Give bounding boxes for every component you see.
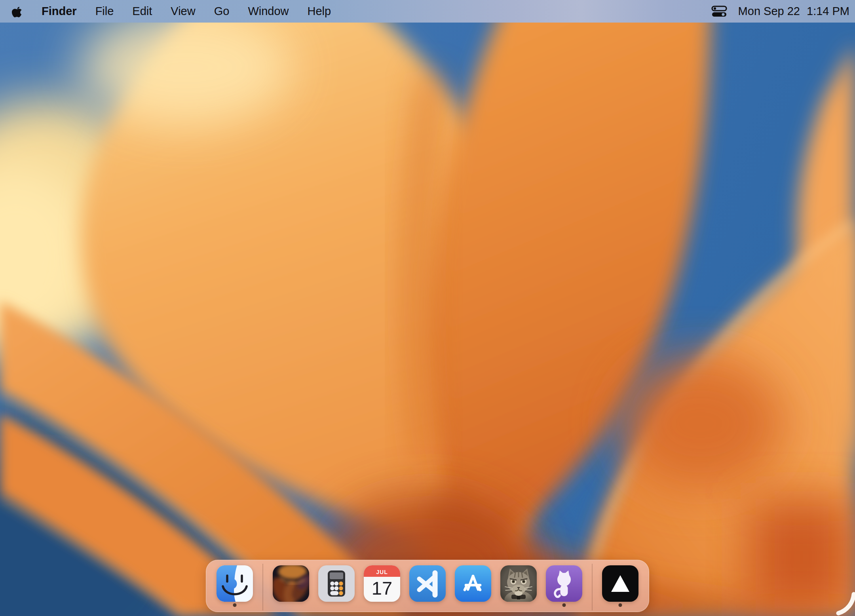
dock-item-vercel[interactable] <box>602 565 638 602</box>
vscode-icon <box>409 565 446 602</box>
app-store-icon <box>455 565 491 602</box>
menu-bar-left: Finder File Edit View Go Window Help <box>0 0 331 23</box>
menu-bar-clock[interactable]: Mon Sep 22 1:14 PM <box>738 5 849 18</box>
dock-item-cat-photo[interactable] <box>500 565 537 602</box>
dock: JUL 17 <box>206 560 649 612</box>
menu-item-finder[interactable]: Finder <box>42 0 77 23</box>
apple-menu[interactable] <box>12 5 23 18</box>
menu-item-go[interactable]: Go <box>214 0 230 23</box>
control-center-icon <box>711 6 727 17</box>
cat-photo-icon <box>500 565 537 602</box>
desktop: Finder File Edit View Go Window Help Mon… <box>0 0 855 616</box>
dock-separator <box>592 564 593 610</box>
menu-bar-status: Mon Sep 22 1:14 PM <box>711 5 849 18</box>
dock-item-wallpaper-photo[interactable] <box>273 565 309 602</box>
svg-text:JUL: JUL <box>376 569 388 575</box>
calendar-icon: JUL 17 <box>364 565 400 602</box>
finder-icon <box>217 565 253 602</box>
svg-text:17: 17 <box>372 578 392 599</box>
menu-item-window[interactable]: Window <box>248 0 289 23</box>
vercel-icon <box>602 565 638 602</box>
dock-separator <box>262 564 263 610</box>
menu-item-help[interactable]: Help <box>308 0 331 23</box>
running-indicator <box>233 603 237 607</box>
menu-item-file[interactable]: File <box>95 0 114 23</box>
github-icon <box>546 565 582 602</box>
dock-item-github-desktop[interactable] <box>546 565 582 602</box>
dock-item-calculator[interactable] <box>318 565 355 602</box>
apple-logo-icon <box>12 5 23 18</box>
menu-item-view[interactable]: View <box>171 0 195 23</box>
dock-item-calendar[interactable]: JUL 17 <box>364 565 400 602</box>
ventura-wallpaper <box>0 0 855 616</box>
running-indicator <box>619 603 622 607</box>
calculator-icon <box>318 565 355 602</box>
running-indicator <box>562 603 566 607</box>
dock-item-vscode[interactable] <box>409 565 446 602</box>
clock-time: 1:14 PM <box>807 5 849 18</box>
dock-item-app-store[interactable] <box>455 565 491 602</box>
ventura-dark-wallpaper-icon <box>273 565 309 602</box>
menu-bar: Finder File Edit View Go Window Help Mon… <box>0 0 855 23</box>
dock-item-finder[interactable] <box>217 565 253 602</box>
clock-date: Mon Sep 22 <box>738 5 800 18</box>
menu-item-edit[interactable]: Edit <box>132 0 152 23</box>
control-center-button[interactable] <box>711 6 727 17</box>
